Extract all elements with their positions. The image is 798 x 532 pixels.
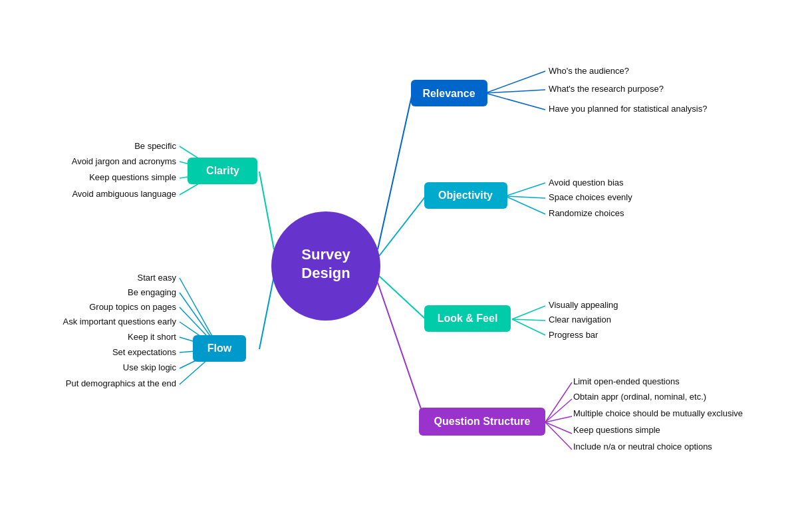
svg-line-11 (512, 319, 545, 335)
clarity-item-1: Be specific (134, 141, 176, 151)
svg-line-4 (379, 196, 426, 256)
relevance-label: Relevance (422, 88, 475, 99)
qs-item-5: Include n/a or neutral choice options (573, 442, 712, 452)
flow-item-8: Put demographics at the end (66, 378, 176, 388)
qs-item-2: Obtain appr (ordinal, nominal, etc.) (573, 392, 706, 402)
clarity-item-2: Avoid jargon and acronyms (72, 156, 177, 166)
clarity-label: Clarity (206, 165, 239, 176)
svg-line-0 (378, 93, 412, 249)
svg-line-10 (512, 319, 545, 321)
qs-item-1: Limit open-ended questions (573, 376, 680, 386)
clarity-item-4: Avoid ambiguous language (72, 189, 176, 199)
svg-line-23 (259, 276, 274, 349)
svg-line-8 (379, 276, 426, 319)
objectivity-item-1: Avoid question bias (549, 178, 624, 188)
look-feel-label: Look & Feel (438, 313, 498, 324)
objectivity-item-2: Space choices evenly (549, 192, 632, 202)
svg-line-3 (485, 93, 545, 110)
flow-item-2: Be engaging (128, 287, 176, 297)
flow-item-6: Set expectations (112, 347, 177, 357)
relevance-item-2: What's the research purpose? (549, 84, 664, 94)
svg-line-16 (545, 422, 572, 434)
mindmap-svg: Survey Design Relevance Who's the audien… (0, 0, 798, 532)
qs-item-4: Keep questions simple (573, 425, 660, 435)
objectivity-label: Objectivity (438, 190, 493, 201)
svg-line-18 (259, 172, 274, 249)
svg-line-12 (378, 283, 426, 422)
flow-label: Flow (207, 342, 232, 354)
relevance-item-1: Who's the audience? (549, 66, 629, 76)
objectivity-item-3: Randomize choices (549, 208, 624, 218)
svg-line-7 (505, 196, 545, 214)
center-label-line2: Design (301, 265, 350, 281)
relevance-item-3: Have you planned for statistical analysi… (549, 104, 707, 114)
svg-line-5 (505, 183, 545, 196)
flow-item-3: Group topics on pages (89, 302, 176, 312)
qs-item-3: Multiple choice should be mutually exclu… (573, 408, 743, 418)
flow-item-7: Use skip logic (123, 362, 177, 372)
flow-item-5: Keep it short (128, 332, 176, 342)
center-label-line1: Survey (301, 246, 350, 263)
flow-item-4: Ask important questions early (63, 317, 176, 327)
flow-item-1: Start easy (137, 273, 176, 283)
svg-line-9 (512, 306, 545, 319)
look-feel-item-1: Visually appealing (549, 300, 618, 310)
look-feel-item-2: Clear navigation (549, 315, 611, 325)
look-feel-item-3: Progress bar (549, 330, 598, 340)
svg-line-6 (505, 196, 545, 198)
clarity-item-3: Keep questions simple (89, 172, 176, 182)
svg-line-17 (545, 422, 572, 450)
question-structure-label: Question Structure (434, 416, 531, 427)
